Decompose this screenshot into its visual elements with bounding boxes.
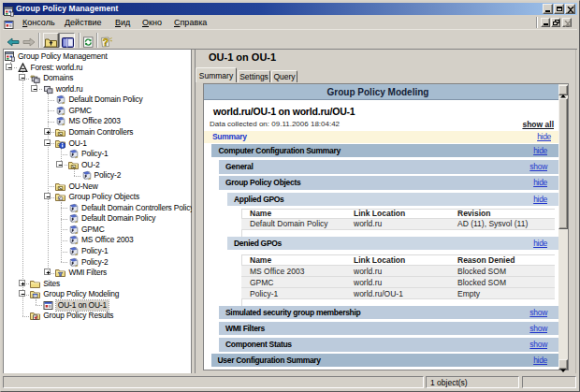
svg-text:?: ? bbox=[103, 36, 109, 48]
